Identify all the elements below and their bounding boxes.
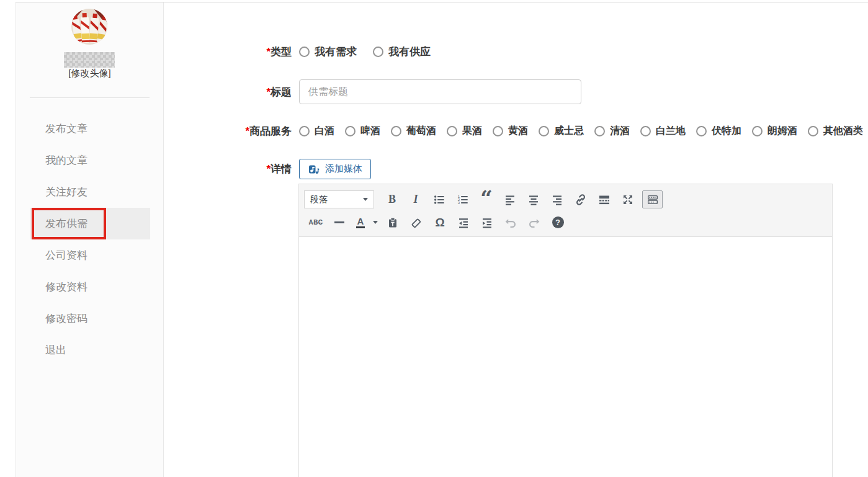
category-radio[interactable] xyxy=(299,126,310,136)
change-avatar-link[interactable]: [修改头像] xyxy=(16,68,163,79)
bulleted-list-button[interactable] xyxy=(427,190,451,209)
sidebar-item-company-info[interactable]: 公司资料 xyxy=(30,239,150,271)
redo-button[interactable] xyxy=(522,213,546,232)
help-button[interactable]: ? xyxy=(546,213,570,232)
category-radio[interactable] xyxy=(594,126,605,136)
supply-radio-label: 我有供应 xyxy=(388,45,431,59)
fullscreen-button[interactable] xyxy=(616,190,640,209)
sidebar-item-publish-supply-demand[interactable]: 发布供需 xyxy=(30,208,150,239)
category-option[interactable]: 其他酒类 xyxy=(808,125,863,138)
bold-button[interactable]: B xyxy=(380,190,404,209)
sidebar-menu: 发布文章 我的文章 关注好友 发布供需 公司资料 修改资料 修改密码 退出 xyxy=(16,113,163,366)
svg-text:3: 3 xyxy=(458,201,460,205)
category-option[interactable]: 啤酒 xyxy=(345,125,380,138)
horizontal-rule-icon xyxy=(334,221,344,223)
blockquote-button[interactable]: “ xyxy=(475,190,498,209)
category-radio[interactable] xyxy=(696,126,707,136)
category-radio[interactable] xyxy=(640,126,651,136)
detail-label: *详情 xyxy=(164,162,292,176)
category-option[interactable]: 伏特加 xyxy=(696,125,741,138)
undo-icon xyxy=(504,216,517,229)
text-color-menu-button[interactable] xyxy=(370,213,381,232)
undo-button[interactable] xyxy=(499,213,522,232)
paste-as-text-button[interactable] xyxy=(381,213,405,232)
publish-supply-demand-form: *类型 我有需求 我有供应 *标题 *商品服务 白酒 啤酒 葡萄酒 果酒 黄酒 … xyxy=(164,2,868,477)
toolbar-toggle-button[interactable] xyxy=(642,190,663,208)
editor-content-area[interactable] xyxy=(299,237,832,477)
category-radio[interactable] xyxy=(493,126,503,136)
sidebar-item-edit-profile[interactable]: 修改资料 xyxy=(30,271,150,303)
required-marker: * xyxy=(245,125,249,137)
sidebar-item-my-articles[interactable]: 我的文章 xyxy=(30,145,150,176)
category-radio[interactable] xyxy=(752,126,763,136)
align-center-button[interactable] xyxy=(522,190,545,209)
blockquote-icon: “ xyxy=(480,195,493,205)
bulleted-list-icon xyxy=(433,194,445,206)
user-avatar[interactable] xyxy=(71,9,107,45)
outdent-icon xyxy=(457,216,470,229)
horizontal-rule-button[interactable] xyxy=(328,213,351,232)
align-right-button[interactable] xyxy=(545,190,569,209)
title-label: *标题 xyxy=(164,85,292,99)
special-character-button[interactable]: Ω xyxy=(428,213,452,232)
type-options: 我有需求 我有供应 xyxy=(299,45,431,59)
italic-button[interactable]: I xyxy=(404,190,427,209)
category-option[interactable]: 黄酒 xyxy=(493,125,528,138)
outdent-button[interactable] xyxy=(452,213,475,232)
title-input[interactable] xyxy=(299,79,581,104)
rich-text-editor: 段落 B I 1 2 3 xyxy=(298,184,833,477)
paragraph-select-value: 段落 xyxy=(310,194,328,205)
toolbar-row-2: ABC A xyxy=(304,211,827,234)
italic-icon: I xyxy=(413,193,418,206)
category-radio[interactable] xyxy=(345,126,356,136)
type-label: *类型 xyxy=(164,45,292,59)
category-field-row: *商品服务 白酒 啤酒 葡萄酒 果酒 黄酒 威士忌 清酒 白兰地 伏特加 朗姆酒… xyxy=(164,123,866,139)
supply-radio[interactable] xyxy=(373,47,383,57)
align-center-icon xyxy=(527,194,540,206)
paragraph-format-select[interactable]: 段落 xyxy=(304,190,374,208)
category-radio[interactable] xyxy=(539,126,549,136)
numbered-list-icon: 1 2 3 xyxy=(457,194,469,206)
sidebar-divider xyxy=(30,97,150,98)
sidebar-item-logout[interactable]: 退出 xyxy=(30,334,150,366)
redo-icon xyxy=(528,216,540,229)
category-option[interactable]: 威士忌 xyxy=(539,125,584,138)
category-option[interactable]: 果酒 xyxy=(447,125,482,138)
strikethrough-button[interactable]: ABC xyxy=(304,213,328,232)
category-option[interactable]: 葡萄酒 xyxy=(391,125,436,138)
numbered-list-button[interactable]: 1 2 3 xyxy=(451,190,475,209)
text-color-icon: A xyxy=(356,216,365,228)
sidebar-item-change-password[interactable]: 修改密码 xyxy=(30,303,150,334)
align-left-button[interactable] xyxy=(498,190,522,209)
add-media-button[interactable]: 添加媒体 xyxy=(299,159,371,179)
chevron-down-icon xyxy=(373,221,378,224)
toolbar-toggle-icon xyxy=(647,194,659,206)
category-option[interactable]: 白兰地 xyxy=(640,125,686,138)
editor-toolbar: 段落 B I 1 2 3 xyxy=(299,184,832,237)
type-option-demand[interactable]: 我有需求 xyxy=(299,45,357,59)
demand-radio-label: 我有需求 xyxy=(315,45,357,59)
sidebar-item-publish-article[interactable]: 发布文章 xyxy=(30,113,150,145)
read-more-icon xyxy=(598,194,611,206)
media-note-icon xyxy=(308,163,320,176)
read-more-button[interactable] xyxy=(593,190,616,209)
sidebar-item-follow-friends[interactable]: 关注好友 xyxy=(30,176,150,208)
chevron-down-icon xyxy=(363,198,368,201)
category-option[interactable]: 清酒 xyxy=(594,125,630,138)
username-censored xyxy=(64,52,115,68)
indent-button[interactable] xyxy=(475,213,499,232)
toolbar-row-1: 段落 B I 1 2 3 xyxy=(304,188,827,211)
category-radio[interactable] xyxy=(447,126,457,136)
required-marker: * xyxy=(266,46,271,58)
category-option[interactable]: 朗姆酒 xyxy=(752,125,797,138)
clear-formatting-button[interactable] xyxy=(405,213,428,232)
text-color-button[interactable]: A xyxy=(351,213,370,232)
category-radio[interactable] xyxy=(808,126,818,136)
required-marker: * xyxy=(266,86,271,98)
demand-radio[interactable] xyxy=(299,47,310,57)
add-media-label: 添加媒体 xyxy=(325,163,362,175)
category-radio[interactable] xyxy=(391,126,401,136)
type-option-supply[interactable]: 我有供应 xyxy=(373,45,431,59)
link-button[interactable] xyxy=(569,190,593,209)
category-option[interactable]: 白酒 xyxy=(299,125,334,138)
